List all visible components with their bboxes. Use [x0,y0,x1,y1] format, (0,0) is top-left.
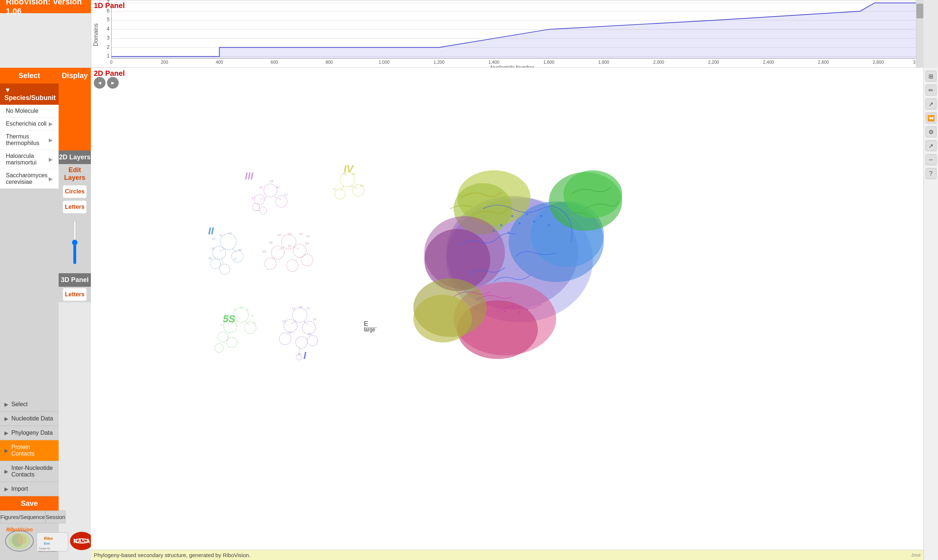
sidebar-select-expand[interactable]: ▶ Select [0,397,59,412]
figures-sequence-button[interactable]: Figures/Sequence [0,511,45,523]
svg-text:RiboVision: RiboVision [6,527,33,532]
status-bar: Phylogeny-based secondary structure, gen… [91,550,923,560]
save-button[interactable]: Save [0,496,59,511]
svg-point-38 [18,534,26,545]
svg-point-165 [507,231,510,234]
svg-text:4: 4 [106,26,109,31]
circles-button[interactable]: Circles [63,185,86,198]
svg-text:23: 23 [307,306,310,310]
sidebar-nucleotide-data[interactable]: ▶ Nucleotide Data [0,412,59,426]
svg-text:18: 18 [282,319,286,323]
svg-text:48: 48 [262,250,266,254]
svg-text:40: 40 [212,237,216,241]
diagram-3d-svg [402,143,652,377]
tool-swap[interactable]: ↔ [926,154,936,165]
tool-arrow[interactable]: ↗ [926,98,936,109]
svg-point-169 [496,306,499,308]
diagram-2d-svg: III IV II 5S I 43 44 58 57 [197,143,397,370]
ribovision-logo: RiboVision [3,527,36,556]
tool-copy[interactable]: ⊞ [926,71,936,82]
svg-line-56 [259,197,267,200]
tool-link[interactable]: ↗ [926,140,936,151]
species-item-thermus[interactable]: Thermus thermophilus ▶ [0,131,59,150]
svg-line-69 [351,186,358,189]
species-item-no-molecule[interactable]: No Molecule [0,105,59,118]
svg-text:58: 58 [270,180,273,183]
svg-text:5: 5 [106,17,109,22]
scrollbar-thumb[interactable] [916,4,923,18]
svg-text:1,200: 1,200 [433,60,444,65]
tool-settings[interactable]: ⚙ [926,126,936,137]
svg-point-170 [526,308,528,311]
svg-point-160 [533,220,535,223]
diagram-3d [402,143,652,377]
species-item-ecoli[interactable]: Escherichia coli ▶ [0,118,59,131]
svg-text:E: E [364,320,368,328]
svg-text:55: 55 [288,244,292,248]
sidebar-import[interactable]: ▶ Import [0,482,59,496]
svg-text:3: 3 [246,308,248,311]
sidebar-phylogeny-data[interactable]: ▶ Phylogeny Data [0,426,59,440]
tool-edit[interactable]: ✏ [926,85,936,95]
svg-point-156 [413,295,472,342]
layers-2d-button[interactable]: 2D Layers [59,151,91,164]
svg-point-125 [279,333,291,345]
svg-text:2,400: 2,400 [763,60,774,65]
display-button[interactable]: Display [59,68,91,151]
svg-text:45: 45 [228,231,232,235]
diagram-2d: III IV II 5S I 43 44 58 57 [197,143,397,370]
scrollbar-1d[interactable] [916,0,923,68]
svg-line-128 [291,322,295,324]
session-button[interactable]: Session [45,511,66,523]
svg-point-107 [234,308,248,322]
svg-point-78 [210,258,220,269]
nav-right-button[interactable]: ► [107,77,119,89]
svg-text:24: 24 [313,317,316,321]
svg-text:Nucleotide Number: Nucleotide Number [490,65,534,68]
svg-text:Ribosomal Origins: Ribosomal Origins [39,551,57,552]
letters-button[interactable]: Letters [63,201,86,213]
svg-text:1,400: 1,400 [488,60,499,65]
svg-text:46: 46 [238,248,242,252]
svg-line-98 [294,247,299,249]
svg-text:52: 52 [299,232,303,236]
svg-point-53 [264,184,277,197]
panel-3d-button[interactable]: 3D Panel [59,273,91,287]
svg-point-159 [526,213,528,215]
main-content: III IV II 5S I 43 44 58 57 [91,68,923,560]
svg-text:1,600: 1,600 [544,60,554,65]
opacity-slider[interactable] [69,220,80,265]
species-item-haloarcula[interactable]: Haloarcula marismortui ▶ [0,150,59,169]
species-subunit-header[interactable]: Species/Subunit [0,83,59,105]
svg-text:67: 67 [333,188,336,191]
svg-point-127 [307,335,318,346]
tool-back[interactable]: ⏪ [926,112,936,123]
letters-3d-button[interactable]: Letters [63,288,86,301]
svg-text:7: 7 [254,321,256,325]
species-item-saccharomyces[interactable]: Saccharomyces cerevisiae ▶ [0,169,59,189]
svg-text:0: 0 [110,60,113,65]
jmol-label: Jmol [911,553,920,558]
region-ii-structure: 40 41 45 39 46 38 47 [208,231,243,274]
sidebar-inter-nucleotide[interactable]: ▶ Inter-Nucleotide Contacts [0,461,59,482]
svg-text:3: 3 [106,35,109,41]
svg-text:50: 50 [278,233,282,237]
svg-point-164 [500,224,502,226]
nav-2d: ◄ ► [94,77,119,89]
sidebar-protein-contacts[interactable]: ▶ Protein Contacts [0,440,59,461]
svg-text:Ribo: Ribo [44,536,53,541]
svg-text:25: 25 [308,332,311,336]
tool-help[interactable]: ? [926,168,936,179]
app-title: RiboVision: Version 1.06 [6,0,85,16]
svg-text:54: 54 [305,242,309,245]
nav-left-button[interactable]: ◄ [94,77,106,89]
svg-point-110 [218,332,228,342]
svg-text:III: III [245,170,254,182]
slider-area [59,215,91,270]
svg-text:22: 22 [299,305,303,309]
svg-point-55 [276,195,287,207]
svg-text:4: 4 [251,314,253,317]
svg-text:Evo: Evo [44,542,50,545]
svg-text:43: 43 [259,186,263,189]
select-button[interactable]: Select [0,68,59,83]
